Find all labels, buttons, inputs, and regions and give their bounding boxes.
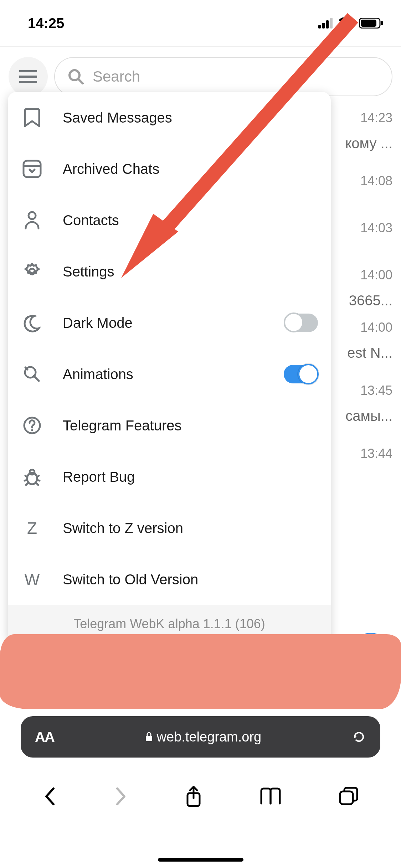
main-menu-dropdown: Saved Messages Archived Chats Contacts S… [8, 92, 331, 643]
w-icon: W [21, 568, 43, 591]
forward-icon[interactable] [114, 786, 128, 806]
menu-item-label: Archived Chats [63, 161, 318, 177]
search-icon [68, 68, 84, 85]
menu-item-label: Switch to Old Version [63, 572, 318, 588]
svg-line-28 [36, 483, 38, 485]
menu-item-dark-mode[interactable]: Dark Mode [8, 297, 331, 348]
tabs-icon[interactable] [339, 786, 359, 806]
text-size-button[interactable]: AA [35, 729, 54, 745]
archive-icon [21, 157, 43, 180]
gear-icon [21, 260, 43, 283]
menu-item-label: Animations [63, 366, 264, 382]
svg-rect-31 [146, 736, 152, 741]
svg-rect-35 [340, 791, 353, 804]
menu-item-report-bug[interactable]: Report Bug [8, 451, 331, 502]
status-indicators [318, 17, 383, 29]
wifi-icon [339, 17, 355, 29]
svg-point-14 [29, 212, 36, 219]
share-icon[interactable] [185, 785, 202, 807]
safari-toolbar [0, 773, 401, 820]
help-icon [21, 414, 43, 437]
header: Search [0, 47, 401, 96]
svg-rect-3 [330, 18, 333, 29]
menu-item-label: Settings [63, 264, 318, 280]
svg-line-27 [26, 483, 28, 485]
svg-rect-6 [381, 21, 383, 25]
moon-icon [21, 311, 43, 334]
svg-line-17 [34, 376, 39, 381]
person-icon [21, 209, 43, 232]
svg-rect-0 [318, 25, 321, 29]
status-bar: 14:25 [0, 0, 401, 46]
dark-mode-toggle[interactable] [284, 314, 318, 332]
menu-item-label: Switch to Z version [63, 520, 318, 536]
menu-item-label: Contacts [63, 212, 318, 228]
svg-point-20 [31, 429, 33, 431]
search-input[interactable]: Search [54, 57, 392, 96]
url-display: web.telegram.org [145, 729, 262, 745]
cellular-icon [318, 18, 335, 29]
svg-line-11 [78, 79, 83, 83]
menu-item-label: Report Bug [63, 469, 318, 485]
svg-rect-1 [322, 23, 325, 29]
menu-item-label: Dark Mode [63, 315, 264, 331]
svg-line-24 [37, 476, 39, 477]
menu-item-switch-old[interactable]: W Switch to Old Version [8, 554, 331, 605]
menu-item-saved-messages[interactable]: Saved Messages [8, 92, 331, 143]
svg-rect-5 [361, 20, 376, 27]
bug-icon [21, 465, 43, 488]
menu-item-telegram-features[interactable]: Telegram Features [8, 400, 331, 451]
bookmark-icon [21, 106, 43, 129]
search-placeholder: Search [93, 68, 140, 85]
menu-item-archived-chats[interactable]: Archived Chats [8, 143, 331, 195]
back-icon[interactable] [43, 786, 57, 806]
home-indicator [158, 858, 243, 862]
svg-rect-12 [24, 161, 41, 177]
menu-item-settings[interactable]: Settings [8, 246, 331, 297]
hamburger-menu-button[interactable] [9, 57, 48, 96]
svg-rect-2 [326, 20, 329, 29]
status-time: 14:25 [28, 15, 64, 31]
menu-item-label: Saved Messages [63, 110, 318, 126]
menu-item-animations[interactable]: Animations [8, 348, 331, 400]
animations-toggle[interactable] [284, 365, 318, 383]
menu-item-switch-z[interactable]: Z Switch to Z version [8, 502, 331, 554]
battery-icon [359, 18, 383, 29]
reload-icon[interactable] [352, 730, 366, 744]
lock-icon [145, 732, 153, 742]
animations-icon [21, 363, 43, 386]
svg-line-23 [25, 476, 27, 477]
bookmarks-icon[interactable] [259, 787, 282, 806]
z-icon: Z [21, 517, 43, 539]
safari-address-bar[interactable]: AA web.telegram.org [21, 716, 380, 758]
hamburger-icon [19, 70, 37, 83]
svg-line-25 [25, 480, 27, 481]
menu-item-label: Telegram Features [63, 418, 318, 434]
svg-line-26 [37, 480, 40, 481]
menu-item-contacts[interactable]: Contacts [8, 195, 331, 246]
redaction-overlay [0, 634, 401, 709]
